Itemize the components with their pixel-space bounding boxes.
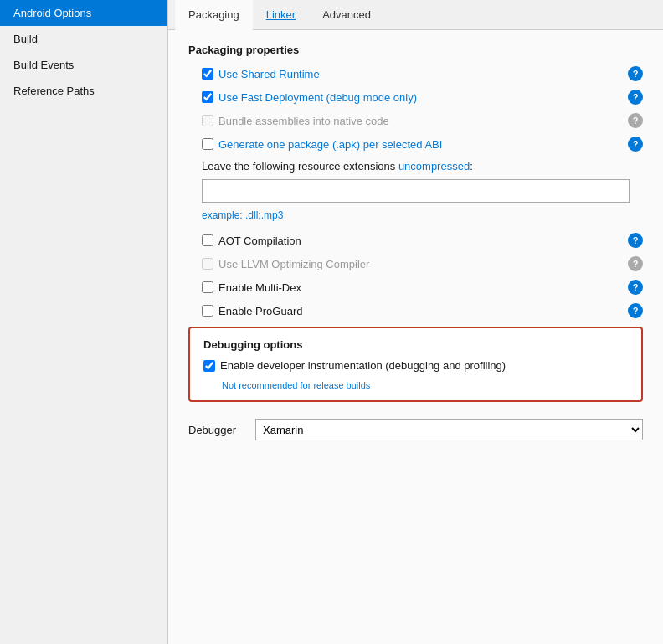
option-enable-developer-instrumentation: Enable developer instrumentation (debugg… [203,359,628,372]
option-use-shared-runtime: Use Shared Runtime ? [188,66,643,81]
sidebar-item-reference-paths[interactable]: Reference Paths [0,78,167,104]
checkbox-enable-developer-instrumentation[interactable] [203,360,215,372]
tab-advanced[interactable]: Advanced [309,0,384,29]
checkbox-enable-multi-dex[interactable] [202,281,213,293]
label-use-fast-deployment[interactable]: Use Fast Deployment (debug mode only) [218,91,417,104]
sidebar-item-build[interactable]: Build [0,26,167,52]
checkbox-use-shared-runtime[interactable] [202,68,213,80]
label-enable-developer-instrumentation[interactable]: Enable developer instrumentation (debugg… [220,359,506,372]
label-generate-one-package[interactable]: Generate one package (.apk) per selected… [218,138,442,151]
debug-note: Not recommended for release builds [203,380,628,390]
packaging-section-title: Packaging properties [188,44,643,56]
help-icon-use-fast-deployment[interactable]: ? [628,90,643,105]
content-area: Packaging properties Use Shared Runtime … [168,30,663,644]
label-use-llvm: Use LLVM Optimizing Compiler [218,258,369,270]
option-enable-multi-dex: Enable Multi-Dex ? [188,280,643,295]
option-aot-compilation: AOT Compilation ? [188,233,643,248]
help-icon-generate-one-package[interactable]: ? [628,137,643,152]
resource-extensions-input[interactable] [202,179,630,203]
resource-label: Leave the following resource extensions … [188,160,643,173]
option-enable-proguard: Enable ProGuard ? [188,303,643,318]
help-icon-enable-proguard[interactable]: ? [628,303,643,318]
checkbox-generate-one-package[interactable] [202,138,213,150]
debugger-row: Debugger Xamarin None [188,412,643,440]
resource-input-container [202,179,630,203]
checkbox-enable-proguard[interactable] [202,305,213,317]
label-aot-compilation[interactable]: AOT Compilation [218,234,301,247]
tab-bar: Packaging Linker Advanced [168,0,663,30]
help-icon-enable-multi-dex[interactable]: ? [628,280,643,295]
sidebar-item-android-options[interactable]: Android Options [0,0,167,26]
resource-example: example: .dll;.mp3 [188,209,643,221]
help-icon-bundle-assemblies[interactable]: ? [628,113,643,128]
main-panel: Packaging Linker Advanced Packaging prop… [167,0,663,644]
help-icon-use-llvm[interactable]: ? [628,256,643,271]
sidebar: Android Options Build Build Events Refer… [0,0,167,644]
option-bundle-assemblies: Bundle assemblies into native code ? [188,113,643,128]
sidebar-item-build-events[interactable]: Build Events [0,52,167,78]
tab-linker[interactable]: Linker [253,0,309,29]
option-use-llvm: Use LLVM Optimizing Compiler ? [188,256,643,271]
tab-packaging[interactable]: Packaging [175,0,253,30]
debugger-select[interactable]: Xamarin None [255,419,643,440]
help-icon-use-shared-runtime[interactable]: ? [628,66,643,81]
label-use-shared-runtime[interactable]: Use Shared Runtime [218,68,320,80]
label-enable-proguard[interactable]: Enable ProGuard [218,305,302,317]
checkbox-bundle-assemblies [202,115,213,126]
debugger-label: Debugger [188,424,255,436]
debugging-section: Debugging options Enable developer instr… [188,327,643,402]
label-enable-multi-dex[interactable]: Enable Multi-Dex [218,281,301,294]
option-use-fast-deployment: Use Fast Deployment (debug mode only) ? [188,90,643,105]
checkbox-aot-compilation[interactable] [202,234,213,246]
help-icon-aot-compilation[interactable]: ? [628,233,643,248]
option-generate-one-package: Generate one package (.apk) per selected… [188,137,643,152]
checkbox-use-fast-deployment[interactable] [202,91,213,103]
checkbox-use-llvm [202,258,213,270]
debugging-section-title: Debugging options [203,338,628,351]
label-bundle-assemblies: Bundle assemblies into native code [218,115,389,127]
